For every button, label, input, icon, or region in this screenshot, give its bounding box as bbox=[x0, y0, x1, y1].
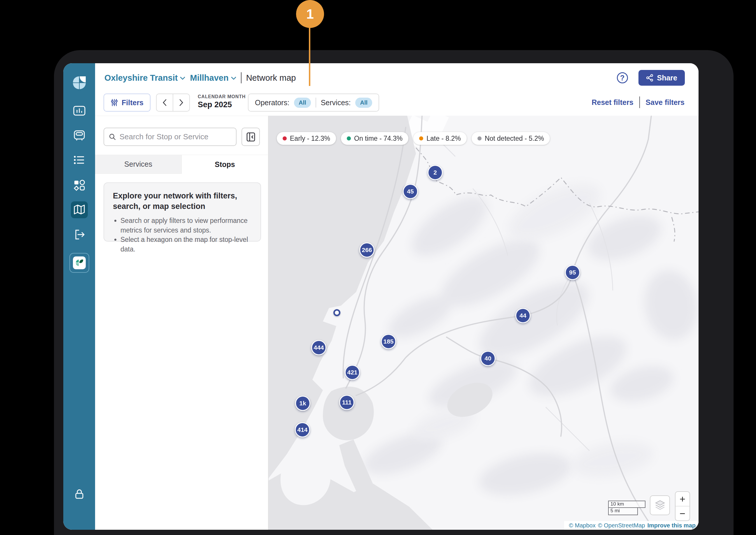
map-marker[interactable]: 421 bbox=[345, 365, 360, 380]
scale-km: 10 km bbox=[608, 501, 646, 508]
chevron-left-icon bbox=[163, 99, 167, 106]
sign-out-icon bbox=[73, 228, 86, 241]
sidebar-item-network-map[interactable] bbox=[71, 201, 88, 218]
filters-button[interactable]: Filters bbox=[104, 94, 150, 112]
legend-chip[interactable]: Not detected - 5.2% bbox=[471, 132, 550, 145]
zoom-in-button[interactable]: + bbox=[676, 492, 689, 506]
month-pager bbox=[156, 94, 190, 112]
shapes-icon bbox=[73, 179, 86, 191]
chevron-down-icon bbox=[231, 77, 236, 80]
zoom-out-button[interactable]: − bbox=[676, 506, 689, 521]
screenshot-stage: Oxleyshire Transit Millhaven Network map… bbox=[0, 0, 756, 535]
map-marker[interactable]: 44 bbox=[515, 308, 530, 323]
services-label: Services: bbox=[321, 99, 351, 107]
map-canvas[interactable]: Early - 12.3%On time - 74.3%Late - 8.2%N… bbox=[269, 116, 699, 530]
search-input[interactable] bbox=[120, 132, 231, 141]
header-actions: ? Share bbox=[617, 63, 685, 92]
legend-chip[interactable]: Early - 12.3% bbox=[277, 132, 336, 145]
panel-tabs: Services Stops bbox=[95, 155, 268, 174]
operators-label: Operators: bbox=[255, 99, 289, 107]
explore-info-card: Explore your network with filters, searc… bbox=[104, 183, 261, 241]
sidebar bbox=[63, 63, 95, 530]
map-marker[interactable]: 444 bbox=[311, 340, 326, 355]
save-filters-link[interactable]: Save filters bbox=[646, 98, 684, 107]
services-value-badge: All bbox=[355, 98, 372, 108]
map-marker[interactable]: 414 bbox=[295, 422, 310, 437]
active-filters-summary[interactable]: Operators: All Services: All bbox=[248, 94, 379, 112]
next-month-button[interactable] bbox=[173, 94, 189, 111]
sidebar-item-partner-app[interactable] bbox=[70, 253, 89, 273]
help-button[interactable]: ? bbox=[617, 72, 628, 83]
lock-icon bbox=[73, 488, 86, 501]
map-terrain bbox=[269, 116, 699, 530]
app-window: Oxleyshire Transit Millhaven Network map… bbox=[63, 63, 699, 530]
map-marker[interactable]: 2 bbox=[428, 165, 443, 180]
legend-label: Late - 8.2% bbox=[426, 135, 461, 143]
collapse-panel-button[interactable] bbox=[241, 127, 260, 146]
chevron-down-icon bbox=[180, 77, 185, 80]
sidebar-item-vehicles[interactable] bbox=[71, 127, 88, 144]
search-row bbox=[104, 127, 260, 146]
map-marker[interactable]: 266 bbox=[359, 242, 375, 258]
partner-app-icon bbox=[72, 256, 86, 270]
improve-map-link[interactable]: Improve this map bbox=[647, 522, 696, 529]
osm-attribution-link[interactable]: © OpenStreetMap bbox=[598, 522, 645, 529]
search-icon bbox=[109, 133, 116, 141]
app-logo bbox=[71, 74, 88, 91]
header: Oxleyshire Transit Millhaven Network map… bbox=[95, 63, 699, 92]
region-name: Millhaven bbox=[190, 73, 228, 83]
sidebar-item-categories[interactable] bbox=[71, 177, 88, 193]
list-icon bbox=[73, 154, 86, 167]
legend-chip[interactable]: Late - 8.2% bbox=[413, 132, 467, 145]
legend-dot bbox=[477, 136, 482, 140]
search-box bbox=[104, 127, 236, 146]
map-marker[interactable]: 40 bbox=[480, 351, 496, 366]
share-label: Share bbox=[657, 74, 677, 82]
legend-label: Early - 12.3% bbox=[290, 135, 330, 143]
callout-badge-1: 1 bbox=[296, 0, 324, 28]
callout-line bbox=[309, 27, 310, 86]
calendar-month: CALENDAR MONTH Sep 2025 bbox=[198, 94, 246, 109]
sidebar-item-services-list[interactable] bbox=[71, 152, 88, 169]
mapbox-attribution-link[interactable]: © Mapbox bbox=[569, 522, 595, 529]
breadcrumb-divider bbox=[241, 72, 241, 83]
legend-dot bbox=[283, 136, 287, 140]
legend-dot bbox=[419, 136, 423, 140]
map-marker[interactable]: 1k bbox=[295, 396, 310, 411]
org-selector[interactable]: Oxleyshire Transit bbox=[105, 73, 185, 83]
legend-label: On time - 74.3% bbox=[354, 135, 403, 143]
map-marker[interactable]: 185 bbox=[381, 334, 396, 349]
page-title: Network map bbox=[246, 73, 296, 83]
explore-panel: Services Stops Explore your network with… bbox=[95, 116, 269, 530]
map-icon bbox=[73, 203, 86, 216]
sidebar-item-sign-out[interactable] bbox=[71, 226, 88, 243]
map-ring-marker[interactable] bbox=[333, 309, 340, 316]
info-bullet: Select a hexagon on the map for stop-lev… bbox=[120, 235, 252, 254]
share-button[interactable]: Share bbox=[638, 70, 685, 86]
tab-services[interactable]: Services bbox=[95, 155, 182, 174]
summary-divider bbox=[316, 98, 316, 107]
zoom-control: + − bbox=[675, 491, 690, 521]
tab-stops[interactable]: Stops bbox=[182, 155, 268, 174]
map-marker[interactable]: 111 bbox=[339, 395, 354, 410]
scale-mi: 5 mi bbox=[608, 508, 638, 515]
breadcrumb: Oxleyshire Transit Millhaven Network map bbox=[105, 63, 296, 92]
map-layers-button[interactable] bbox=[650, 495, 670, 515]
filter-links-divider bbox=[639, 97, 640, 108]
map-marker[interactable]: 45 bbox=[403, 184, 418, 199]
legend-chip[interactable]: On time - 74.3% bbox=[341, 132, 408, 145]
callout-number: 1 bbox=[306, 6, 314, 22]
reset-filters-link[interactable]: Reset filters bbox=[591, 98, 633, 107]
filter-links: Reset filters Save filters bbox=[591, 97, 684, 108]
sidebar-item-lock[interactable] bbox=[71, 486, 88, 503]
map-attribution: © Mapbox © OpenStreetMap Improve this ma… bbox=[564, 521, 699, 530]
previous-month-button[interactable] bbox=[157, 94, 173, 111]
filter-bar: Filters CALENDAR MONTH Sep 2025 Operator… bbox=[95, 92, 699, 116]
region-selector[interactable]: Millhaven bbox=[190, 73, 236, 83]
sidebar-item-dashboard[interactable] bbox=[71, 102, 88, 119]
map-marker[interactable]: 95 bbox=[565, 265, 580, 280]
vehicle-icon bbox=[73, 129, 86, 142]
org-name: Oxleyshire Transit bbox=[105, 73, 178, 83]
collapse-panel-icon bbox=[247, 132, 255, 142]
map-scale: 10 km 5 mi bbox=[608, 501, 646, 515]
